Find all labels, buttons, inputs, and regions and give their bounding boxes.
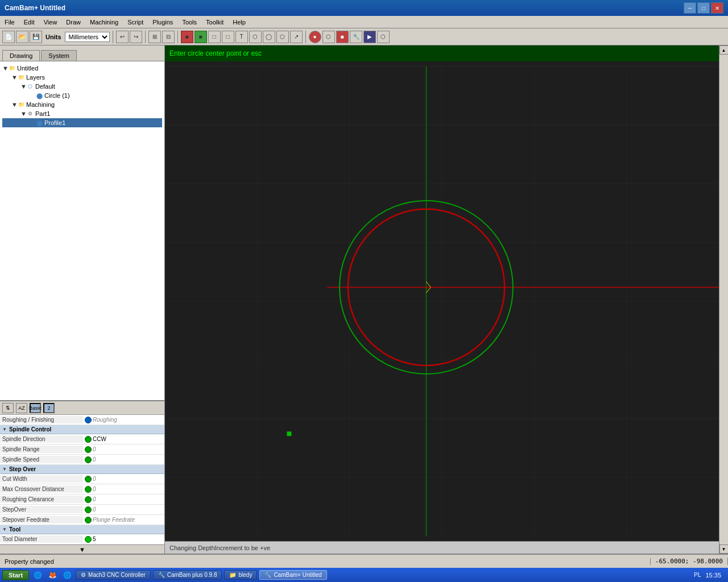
prop-icon-cut-width [85, 476, 92, 483]
view1-button[interactable]: ● [309, 31, 321, 43]
canvas[interactable] [165, 61, 719, 541]
tree-label-untitled: Untitled [17, 65, 38, 72]
tree-item-untitled[interactable]: ▼ 📁 Untitled [2, 64, 162, 73]
browser2-icon[interactable]: 🌐 [61, 569, 73, 581]
tree-item-layers[interactable]: ▼ 📁 Layers [2, 73, 162, 82]
browser-icon[interactable]: 🦊 [46, 569, 59, 581]
tool1-button[interactable]: ■ [181, 31, 193, 43]
prop-roughing-clearance: Roughing Clearance 0 [0, 494, 164, 505]
close-button[interactable]: ✕ [711, 2, 723, 14]
prop-icon-max-crossover [85, 486, 92, 493]
menu-plugins[interactable]: Plugins [148, 18, 177, 27]
menu-file[interactable]: File [0, 18, 19, 27]
section-label-spindle: Spindle Control [9, 426, 51, 433]
scroll-up-button[interactable]: ▲ [719, 45, 729, 55]
num2-button[interactable]: 2 [43, 403, 55, 413]
menu-view[interactable]: View [39, 18, 62, 27]
tool4-button[interactable]: □ [222, 31, 234, 43]
svg-rect-22 [287, 431, 291, 436]
open-button[interactable]: 📂 [16, 31, 28, 43]
taskbar-cambam[interactable]: 🔧 CamBam plus 0.9.8 [153, 570, 222, 580]
menu-edit[interactable]: Edit [19, 18, 39, 27]
sort-button[interactable]: ⇅ [2, 403, 14, 413]
expand-icon[interactable]: ▼ [11, 101, 17, 108]
gear-icon: ⚙ [26, 110, 34, 118]
start-button[interactable]: Start [2, 570, 29, 580]
section-collapse-icon[interactable]: ▼ [2, 427, 7, 432]
menubar: File Edit View Draw Machining Script Plu… [0, 16, 728, 28]
tree-item-part1[interactable]: ▼ ⚙ Part1 [2, 109, 162, 118]
menu-help[interactable]: Help [228, 18, 250, 27]
prop-name-roughing-finishing: Roughing / Finishing [0, 416, 82, 423]
tree-view[interactable]: ▼ 📁 Untitled ▼ 📁 Layers ▼ ⬡ Default [0, 61, 164, 400]
tree-item-profile1[interactable]: ⬤ Profile1 [2, 118, 162, 127]
folder-taskbar-icon: 📁 [229, 572, 236, 578]
menu-script[interactable]: Script [123, 18, 148, 27]
undo-button[interactable]: ↩ [116, 31, 129, 43]
minimize-button[interactable]: ─ [684, 2, 696, 14]
tool8-button[interactable]: ⬠ [276, 31, 289, 43]
section-collapse-icon2[interactable]: ▼ [2, 467, 7, 472]
view3-button[interactable]: ■ [336, 31, 349, 43]
tab-drawing[interactable]: Drawing [2, 50, 40, 61]
expand-icon[interactable]: ▼ [2, 65, 8, 72]
props-content: Roughing / Finishing Roughing ▼ Spindle … [0, 415, 164, 544]
status-coords: -65.0000; -98.0000 [651, 558, 728, 565]
tool2-button[interactable]: ■ [195, 31, 207, 43]
canvas-scrollbar[interactable]: ▲ ▼ [719, 45, 728, 554]
view2-button[interactable]: ⬡ [322, 31, 335, 43]
tree-item-circle[interactable]: ⬤ Circle (1) [2, 91, 162, 100]
tree-item-machining[interactable]: ▼ 📁 Machining [2, 100, 162, 109]
canvas-area: Enter circle center point or esc [165, 45, 719, 554]
prop-val-cut-width: 0 [93, 476, 96, 482]
tab-system[interactable]: System [41, 50, 77, 61]
prop-name-spindle-speed: Spindle Speed [0, 456, 82, 463]
toolbar: 📄 📂 💾 Units Millimeters Inches ↩ ↪ ⊞ ⊟ ■… [0, 28, 728, 45]
az-button[interactable]: AZ [16, 403, 27, 413]
expand-icon[interactable]: ▼ [11, 74, 17, 81]
menu-tools[interactable]: Tools [177, 18, 201, 27]
prop-name-spindle-direction: Spindle Direction [0, 435, 82, 443]
prop-tool-diameter: Tool Diameter 5 [0, 534, 164, 544]
menu-toolkit[interactable]: Toolkit [201, 18, 228, 27]
taskbar-mach3[interactable]: ⚙ Mach3 CNC Controller [76, 570, 151, 580]
tool5-button[interactable]: T [235, 31, 248, 43]
expand-icon[interactable]: ▼ [20, 110, 26, 117]
props-toolbar: ⇅ AZ Basic 2 [0, 401, 164, 415]
tree-label-machining: Machining [26, 101, 55, 108]
view5-button[interactable]: ▶ [363, 31, 376, 43]
snap-button[interactable]: ⊟ [162, 31, 175, 43]
view4-button[interactable]: 🔧 [350, 31, 362, 43]
tool3-button[interactable]: □ [208, 31, 221, 43]
section-step-over: ▼ Step Over [0, 465, 164, 474]
tool7-button[interactable]: ◯ [263, 31, 275, 43]
menu-machining[interactable]: Machining [85, 18, 123, 27]
prop-val-roughing-finishing: Roughing [93, 417, 117, 423]
maximize-button[interactable]: □ [697, 2, 710, 14]
tool6-button[interactable]: ⬡ [249, 31, 262, 43]
new-button[interactable]: 📄 [2, 31, 15, 43]
section-label-tool: Tool [9, 526, 20, 533]
scroll-down-button[interactable]: ▼ [719, 544, 729, 554]
basic-button[interactable]: Basic [30, 403, 41, 413]
window-controls: ─ □ ✕ [684, 2, 723, 14]
tool9-button[interactable]: ↗ [290, 31, 303, 43]
prop-icon-roughing-clearance [85, 496, 92, 503]
expand-icon[interactable]: ▼ [20, 83, 26, 90]
units-select[interactable]: Millimeters Inches [65, 32, 110, 42]
props-scroll-down[interactable]: ▼ [0, 544, 164, 554]
ie-icon[interactable]: 🌐 [31, 569, 44, 581]
tree-item-default[interactable]: ▼ ⬡ Default [2, 82, 162, 91]
view6-button[interactable]: ⬡ [377, 31, 390, 43]
menu-draw[interactable]: Draw [61, 18, 85, 27]
save-button[interactable]: 💾 [30, 31, 42, 43]
taskbar-bledy[interactable]: 📁 bledy [224, 570, 257, 580]
taskbar-clock: PL 15:35 [689, 572, 726, 579]
redo-button[interactable]: ↪ [130, 31, 142, 43]
prop-stepover-feedrate: Stepover Feedrate Plunge Feedrate [0, 515, 164, 525]
canvas-header: Enter circle center point or esc [165, 45, 719, 61]
grid-button[interactable]: ⊞ [148, 31, 161, 43]
section-collapse-icon3[interactable]: ▼ [2, 527, 7, 532]
taskbar-cambam-untitled[interactable]: 🔧 CamBam+ Untitled [259, 570, 326, 580]
prop-value-roughing-clearance: 0 [82, 496, 164, 504]
